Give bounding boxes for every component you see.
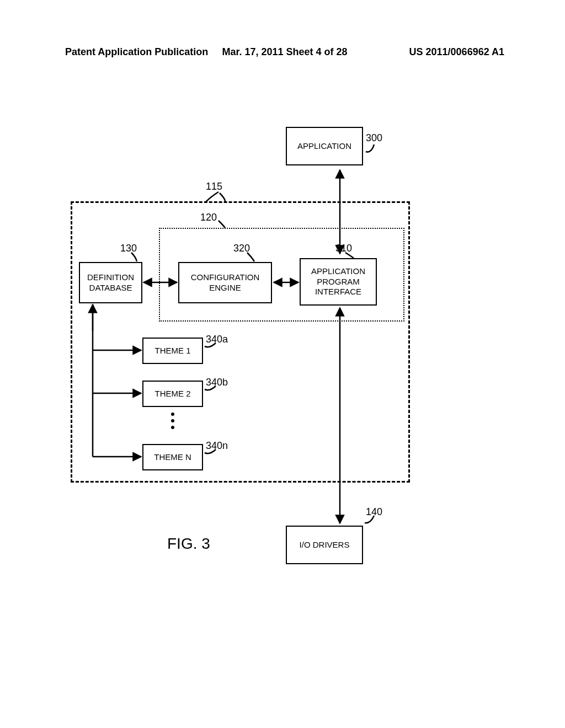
ref-themeN: 340n [206,440,228,452]
ellipsis-icon [171,413,174,429]
configuration-engine-box: CONFIGURATION ENGINE [178,262,272,303]
ref-definition: 130 [120,243,137,254]
theme-1-box: THEME 1 [142,338,203,364]
ref-theme2: 340b [206,377,228,388]
theme-n-box: THEME N [142,444,203,470]
theme-2-text: THEME 2 [154,389,190,399]
theme-1-text: THEME 1 [154,346,190,356]
ref-application: 300 [366,132,382,144]
application-text: APPLICATION [297,141,351,152]
theme-2-box: THEME 2 [142,381,203,407]
io-drivers-text: I/O DRIVERS [300,540,350,550]
configuration-engine-text: CONFIGURATION ENGINE [191,272,260,293]
header-right: US 2011/0066962 A1 [348,46,504,58]
figure-label: FIG. 3 [167,535,210,553]
api-box: APPLICATION PROGRAM INTERFACE [300,258,377,306]
header-mid: Mar. 17, 2011 Sheet 4 of 28 [222,46,347,58]
ref-theme1: 340a [206,334,228,345]
definition-database-box: DEFINITION DATABASE [79,262,142,303]
page-header: Patent Application Publication Mar. 17, … [0,46,565,58]
ref-outer: 115 [206,181,222,192]
ref-api: 310 [335,243,352,254]
diagram-area: APPLICATION 300 115 120 DEFINITION DATAB… [65,110,484,607]
ref-io: 140 [366,506,382,518]
ref-inner: 120 [200,212,217,223]
application-box: APPLICATION [286,127,363,165]
definition-database-text: DEFINITION DATABASE [87,272,134,293]
io-drivers-box: I/O DRIVERS [286,526,363,564]
api-text: APPLICATION PROGRAM INTERFACE [311,266,365,297]
theme-n-text: THEME N [154,452,191,463]
ref-config: 320 [233,243,250,254]
header-left: Patent Application Publication [65,46,222,58]
